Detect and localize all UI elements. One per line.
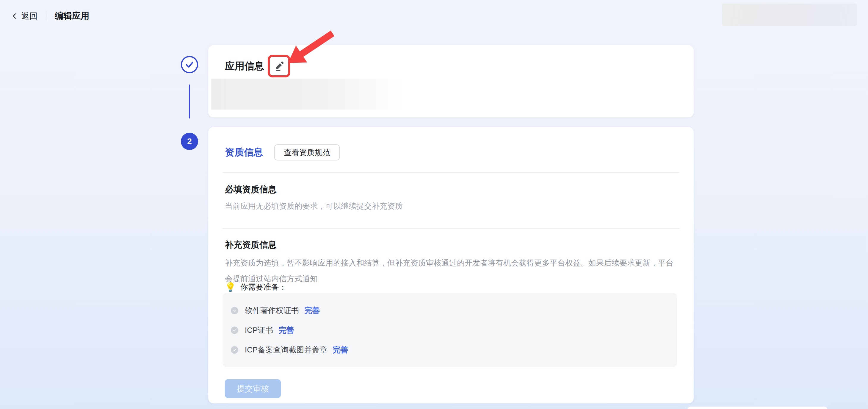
prepare-row: 💡 你需要准备： — [225, 282, 286, 292]
prepare-checklist-panel: 软件著作权证书 完善 ICP证书 完善 ICP备案查询截图并盖章 完善 — [222, 293, 677, 367]
page-title: 编辑应用 — [55, 10, 89, 22]
checklist-item-label: ICP备案查询截图并盖章 — [245, 345, 327, 355]
step-2-indicator: 2 — [181, 133, 198, 150]
step-connector-line — [189, 85, 190, 118]
red-annotation-box — [268, 55, 290, 78]
bottom-card-edge — [687, 407, 827, 409]
supplement-qual-title: 补充资质信息 — [225, 239, 277, 251]
qualification-title: 资质信息 — [225, 146, 263, 159]
pencil-edit-icon — [273, 60, 285, 72]
check-icon — [185, 61, 194, 68]
view-spec-button[interactable]: 查看资质规范 — [274, 144, 340, 160]
supplement-qual-desc: 补充资质为选填，暂不影响应用的接入和结算，但补充资质审核通过的开发者将有机会获得… — [225, 255, 676, 287]
required-qual-title: 必填资质信息 — [225, 184, 277, 196]
submit-review-button[interactable]: 提交审核 — [225, 379, 281, 398]
checklist-item-icp-filing: ICP备案查询截图并盖章 完善 — [222, 340, 677, 359]
required-qual-desc: 当前应用无必填资质的要求，可以继续提交补充资质 — [225, 201, 403, 211]
gray-check-icon — [231, 326, 238, 334]
header-divider — [46, 11, 46, 21]
lightbulb-icon: 💡 — [225, 282, 236, 292]
divider — [222, 228, 679, 229]
divider — [222, 172, 679, 173]
step-2-number: 2 — [187, 137, 192, 146]
back-button[interactable]: 返回 — [11, 11, 37, 22]
back-label[interactable]: 返回 — [22, 11, 37, 22]
checklist-item-software-copyright: 软件著作权证书 完善 — [222, 301, 677, 320]
prepare-label: 你需要准备： — [240, 282, 286, 292]
complete-link[interactable]: 完善 — [304, 305, 320, 316]
redacted-app-details — [211, 79, 405, 110]
qualification-card: 资质信息 查看资质规范 必填资质信息 当前应用无必填资质的要求，可以继续提交补充… — [208, 127, 694, 403]
redacted-account-area — [722, 4, 857, 26]
page-header: 返回 编辑应用 — [11, 8, 89, 24]
app-info-card: 应用信息 — [208, 45, 694, 117]
chevron-left-icon — [11, 12, 19, 20]
complete-link[interactable]: 完善 — [278, 325, 294, 335]
checklist-item-label: ICP证书 — [245, 325, 273, 335]
app-info-title: 应用信息 — [225, 60, 264, 73]
edit-app-info-button[interactable] — [271, 58, 287, 75]
gray-check-icon — [231, 346, 238, 354]
checklist-item-label: 软件著作权证书 — [245, 305, 299, 316]
gray-check-icon — [231, 307, 238, 314]
step-1-completed-indicator — [181, 56, 198, 73]
checklist-item-icp-cert: ICP证书 完善 — [222, 320, 677, 340]
complete-link[interactable]: 完善 — [333, 345, 348, 355]
